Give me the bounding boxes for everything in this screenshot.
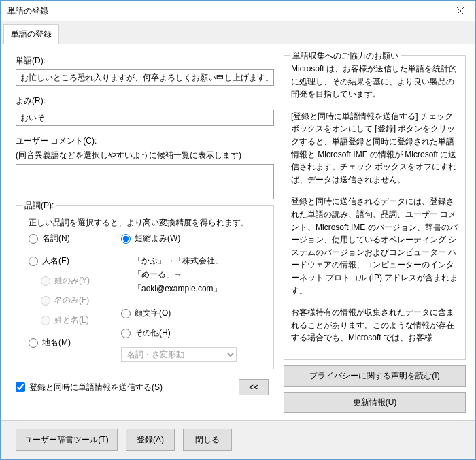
dict-tool-button[interactable]: ユーザー辞書ツール(T) bbox=[16, 429, 118, 451]
other-select[interactable]: 名詞・さ変形動 bbox=[121, 347, 237, 362]
yomi-label: よみ(R): bbox=[16, 95, 274, 107]
example-line1: 「かぶ」→「株式会社」 bbox=[121, 254, 267, 267]
radio-noun[interactable]: 名詞(N) bbox=[29, 233, 116, 244]
radio-other-label: その他(H) bbox=[135, 327, 171, 339]
privacy-button[interactable]: プライバシーに関する声明を読む(I) bbox=[284, 365, 466, 387]
word-input[interactable] bbox=[16, 69, 274, 86]
info-text[interactable]: Microsoft は、お客様が送信した単語を統計的に処理し、その結果を基に、よ… bbox=[291, 63, 465, 347]
radio-abbrev[interactable]: 短縮よみ(W) bbox=[121, 233, 267, 244]
radio-other[interactable]: その他(H) bbox=[121, 327, 267, 339]
radio-abbrev-label: 短縮よみ(W) bbox=[135, 233, 180, 244]
abbrev-examples: 「かぶ」→「株式会社」 「めーる」→「aoki@example.com」 bbox=[121, 254, 267, 295]
comment-input[interactable] bbox=[16, 164, 274, 199]
radio-given-label: 名のみ(F) bbox=[54, 295, 89, 306]
register-button[interactable]: 登録(A) bbox=[126, 429, 175, 451]
info-p2: [登録と同時に単語情報を送信する] チェック ボックスをオンにして [登録] ボ… bbox=[291, 110, 460, 186]
radio-place[interactable]: 地名(M) bbox=[29, 337, 116, 348]
radio-emoji[interactable]: 顔文字(O) bbox=[121, 308, 267, 319]
radio-person-label: 人名(E) bbox=[42, 255, 69, 267]
send-checkbox-label: 登録と同時に単語情報を送信する(S) bbox=[29, 382, 163, 393]
radio-emoji-label: 顔文字(O) bbox=[135, 308, 171, 319]
tab-bar: 単語の登録 bbox=[1, 21, 475, 44]
yomi-input[interactable] bbox=[16, 110, 274, 126]
info-p3: 登録と同時に送信されるデータには、登録された単語の読み、語句、品詞、ユーザー コ… bbox=[291, 195, 460, 297]
pos-legend: 品詞(P): bbox=[22, 200, 56, 212]
radio-given: 名のみ(F) bbox=[41, 295, 116, 306]
word-label: 単語(D): bbox=[16, 55, 274, 67]
example-line2: 「めーる」→「aoki@example.com」 bbox=[121, 267, 267, 295]
radio-both-label: 姓と名(L) bbox=[54, 314, 89, 326]
pos-hint: 正しい品詞を選択すると、より高い変換精度を得られます。 bbox=[29, 216, 267, 229]
radio-surname: 姓のみ(Y) bbox=[41, 275, 116, 286]
collapse-button[interactable]: << bbox=[239, 379, 269, 395]
tab-register[interactable]: 単語の登録 bbox=[3, 24, 59, 44]
info-p1: Microsoft は、お客様が送信した単語を統計的に処理し、その結果を基に、よ… bbox=[291, 63, 460, 101]
window-title: 単語の登録 bbox=[7, 5, 48, 17]
radio-person[interactable]: 人名(E) bbox=[29, 255, 116, 267]
radio-place-label: 地名(M) bbox=[42, 337, 71, 348]
update-button[interactable]: 更新情報(U) bbox=[284, 392, 466, 413]
comment-label: ユーザー コメント(C): bbox=[16, 135, 274, 147]
radio-surname-label: 姓のみ(Y) bbox=[54, 275, 90, 286]
close-button[interactable]: 閉じる bbox=[183, 429, 232, 451]
info-legend: 単語収集へのご協力のお願い bbox=[290, 50, 401, 62]
radio-both: 姓と名(L) bbox=[41, 314, 116, 326]
comment-hint: (同音異義語などを選択しやすいように候補一覧に表示します) bbox=[16, 150, 274, 161]
close-icon[interactable] bbox=[445, 1, 475, 21]
info-p4: お客様特有の情報が収集されたデータに含まれることがあります。このような情報が存在… bbox=[291, 306, 460, 344]
send-checkbox[interactable]: 登録と同時に単語情報を送信する(S) bbox=[16, 382, 163, 393]
radio-noun-label: 名詞(N) bbox=[42, 233, 70, 244]
